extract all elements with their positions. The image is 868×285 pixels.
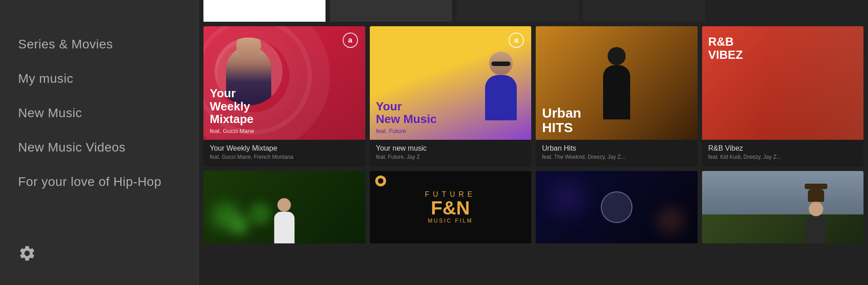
- person-body: [807, 216, 826, 243]
- urban-text: UrbanHITS: [542, 106, 581, 134]
- future-logo: [375, 176, 386, 186]
- skull-shape: [601, 191, 632, 223]
- sidebar-item-my-music[interactable]: My music: [0, 62, 198, 96]
- bokeh-3: [249, 203, 271, 225]
- card-info-title-4: R&B Vibez: [708, 144, 858, 152]
- sidebar-item-hip-hop[interactable]: For your love of Hip-Hop: [0, 165, 198, 199]
- top-partial-card-dark2: [457, 0, 579, 22]
- hat-top: [808, 189, 824, 202]
- card-info-panel-3: Urban Hits feat. The Weeknd, Dreezy, Jay…: [536, 140, 698, 166]
- card-subtitle: feat. Gucci Mane: [210, 128, 254, 134]
- video-card-outdoor[interactable]: [702, 171, 864, 243]
- card-info-subtitle: feat. Gucci Mane, French Montana: [210, 154, 359, 160]
- hat-brim: [805, 184, 827, 189]
- video-card-skull[interactable]: [536, 171, 698, 243]
- card-info-subtitle-2: feat. Future, Jay Z: [376, 154, 525, 160]
- service-logo: a: [343, 33, 358, 48]
- card-text-area: YourWeeklyMixtape feat. Gucci Mane: [210, 87, 254, 134]
- card-info-title: Your Weekly Mixtape: [210, 144, 359, 152]
- silhouette-body: [603, 65, 630, 119]
- sidebar: Series & Movies My music New Music New M…: [0, 0, 199, 285]
- card-info-panel-4: R&B Vibez feat. Kid Kudi, Dreezy, Jay Z.…: [702, 140, 864, 166]
- top-partial-card-dark3: [583, 0, 705, 22]
- main-content: a YourWeeklyMixtape feat. Gucci Mane You…: [199, 0, 868, 285]
- urban-title: UrbanHITS: [542, 106, 581, 134]
- video-figure-1: [274, 198, 294, 243]
- silhouette-head: [608, 47, 626, 65]
- artist-head: [236, 38, 261, 58]
- neon-glow-2: [657, 207, 684, 234]
- sidebar-item-series-movies[interactable]: Series & Movies: [0, 27, 198, 62]
- service-logo2: a: [509, 33, 524, 48]
- video-card-green[interactable]: [203, 171, 365, 243]
- video-card-future[interactable]: FUTURE F&N MUSIC FILM: [370, 171, 532, 243]
- card-rnb-vibez[interactable]: R&BVIBEZ R&B Vibez feat. Kid Kudi, Dreez…: [702, 26, 864, 166]
- future-logo-inner: [378, 178, 383, 184]
- future-head: [489, 52, 513, 75]
- card-info-title-3: Urban Hits: [542, 144, 691, 152]
- rnb-title: R&BVIBEZ: [708, 35, 743, 61]
- top-partial-card-dark1: [330, 0, 452, 22]
- card-big-title: YourWeeklyMixtape: [210, 87, 254, 126]
- outdoor-person: [805, 184, 827, 243]
- sunglasses: [491, 62, 510, 66]
- urban-silhouette: [601, 47, 632, 119]
- settings-button[interactable]: [0, 235, 198, 271]
- card-weekly-mixtape[interactable]: a YourWeeklyMixtape feat. Gucci Mane You…: [203, 26, 365, 166]
- future-torso: [485, 75, 517, 120]
- sidebar-item-new-music-videos[interactable]: New Music Videos: [0, 130, 198, 165]
- card-info-title-2: Your new music: [376, 144, 525, 152]
- fig-head: [278, 198, 291, 212]
- fig-body: [274, 212, 294, 243]
- card-big-title-2: YourNew Music: [376, 100, 437, 126]
- rnb-text: R&BVIBEZ: [708, 35, 743, 61]
- top-partial-card-white: [203, 0, 326, 22]
- card-your-new-music[interactable]: a YourNew Music feat. Future: [370, 26, 532, 166]
- card-info-panel: Your Weekly Mixtape feat. Gucci Mane, Fr…: [203, 140, 365, 166]
- future-figure: [481, 52, 520, 119]
- card-subtitle-2: feat. Future: [376, 128, 437, 134]
- card-info-subtitle-4: feat. Kid Kudi, Dreezy, Jay Z...: [708, 154, 858, 160]
- music-film-label: MUSIC FILM: [425, 218, 476, 224]
- card-info-subtitle-3: feat. The Weeknd, Dreezy, Jay Z...: [542, 154, 691, 160]
- neon-glow-1: [549, 180, 585, 216]
- new-music-text: YourNew Music feat. Future: [376, 100, 437, 134]
- sky-bg: [702, 171, 864, 214]
- fn-label: F&N: [425, 199, 476, 218]
- person-head: [809, 202, 823, 216]
- card-info-panel-2: Your new music feat. Future, Jay Z: [370, 140, 532, 166]
- settings-icon: [18, 244, 36, 262]
- sidebar-item-new-music[interactable]: New Music: [0, 96, 198, 130]
- skull-circle: [601, 191, 632, 223]
- future-text-overlay: FUTURE F&N MUSIC FILM: [425, 190, 476, 224]
- card-urban-hits[interactable]: UrbanHITS Urban Hits feat. The Weeknd, D…: [536, 26, 698, 166]
- rnb-person-bg: [767, 26, 864, 140]
- bokeh-2: [231, 216, 249, 234]
